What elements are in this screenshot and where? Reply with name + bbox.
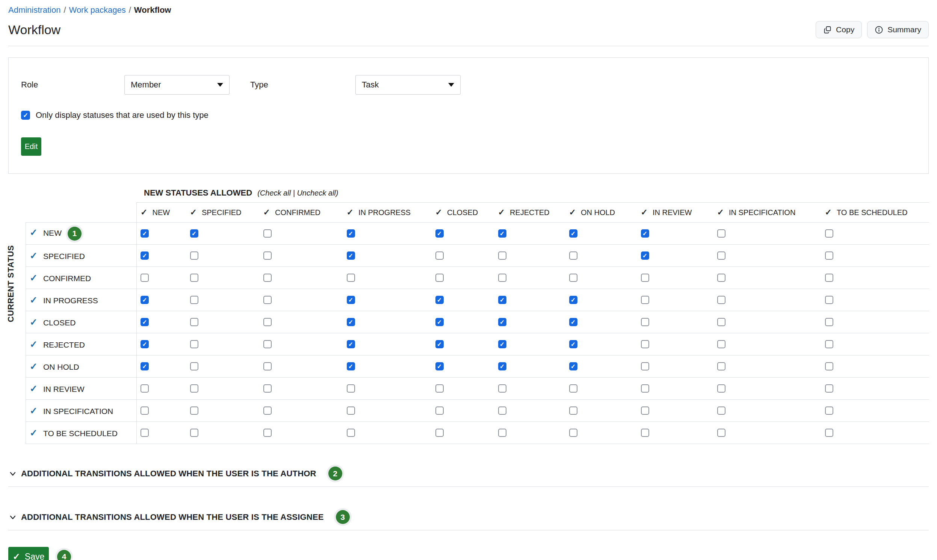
checkbox-in-specification-to-in-progress[interactable] xyxy=(347,406,355,415)
checkbox-on-hold-to-in-progress[interactable]: ✓ xyxy=(347,362,355,371)
checkbox-in-review-to-in-specification[interactable] xyxy=(717,385,726,392)
checkbox-in-review-to-confirmed[interactable] xyxy=(263,385,272,392)
checkbox-in-specification-to-rejected[interactable] xyxy=(498,406,506,415)
checkbox-rejected-to-to-be-scheduled[interactable] xyxy=(825,340,833,348)
checkbox-new-to-new[interactable]: ✓ xyxy=(140,229,149,238)
checkbox-rejected-to-specified[interactable] xyxy=(190,340,198,348)
checkbox-in-specification-to-specified[interactable] xyxy=(190,406,198,415)
checkbox-confirmed-to-closed[interactable] xyxy=(435,274,444,282)
checkbox-rejected-to-in-review[interactable] xyxy=(641,340,649,348)
edit-button[interactable]: Edit xyxy=(21,137,41,156)
checkbox-in-specification-to-new[interactable] xyxy=(140,406,149,415)
checkbox-in-review-to-on-hold[interactable] xyxy=(569,385,577,392)
checkbox-to-be-scheduled-to-confirmed[interactable] xyxy=(263,429,272,437)
uncheck-all-link[interactable]: Uncheck all xyxy=(297,189,335,197)
checkbox-on-hold-to-on-hold[interactable]: ✓ xyxy=(569,362,577,371)
checkbox-rejected-to-rejected[interactable]: ✓ xyxy=(498,340,506,348)
checkbox-in-specification-to-in-specification[interactable] xyxy=(717,406,726,415)
checkbox-in-progress-to-in-specification[interactable] xyxy=(717,296,726,304)
checkbox-in-specification-to-in-review[interactable] xyxy=(641,406,649,415)
section-toggle-header[interactable]: ADDITIONAL TRANSITIONS ALLOWED WHEN THE … xyxy=(8,466,929,487)
check-all-link[interactable]: Check all xyxy=(260,189,291,197)
checkbox-in-progress-to-new[interactable]: ✓ xyxy=(140,296,149,304)
breadcrumb-link-work-packages[interactable]: Work packages xyxy=(69,5,126,15)
copy-button[interactable]: Copy xyxy=(816,21,862,38)
checkbox-to-be-scheduled-to-in-progress[interactable] xyxy=(347,429,355,437)
checkbox-rejected-to-in-progress[interactable]: ✓ xyxy=(347,340,355,348)
checkbox-in-progress-to-specified[interactable] xyxy=(190,296,198,304)
checkbox-new-to-in-specification[interactable] xyxy=(717,229,726,238)
checkbox-new-to-confirmed[interactable] xyxy=(263,229,272,238)
only-display-statuses-checkbox[interactable]: ✓ xyxy=(21,111,30,120)
checkbox-specified-to-to-be-scheduled[interactable] xyxy=(825,251,833,260)
checkbox-in-specification-to-confirmed[interactable] xyxy=(263,406,272,415)
checkbox-confirmed-to-to-be-scheduled[interactable] xyxy=(825,274,833,282)
checkbox-on-hold-to-confirmed[interactable] xyxy=(263,362,272,371)
checkbox-specified-to-rejected[interactable] xyxy=(498,251,506,260)
checkbox-rejected-to-in-specification[interactable] xyxy=(717,340,726,348)
checkbox-confirmed-to-specified[interactable] xyxy=(190,274,198,282)
checkbox-rejected-to-new[interactable]: ✓ xyxy=(140,340,149,348)
checkbox-new-to-on-hold[interactable]: ✓ xyxy=(569,229,577,238)
checkbox-in-progress-to-rejected[interactable]: ✓ xyxy=(498,296,506,304)
checkbox-on-hold-to-closed[interactable]: ✓ xyxy=(435,362,444,371)
checkbox-specified-to-specified[interactable] xyxy=(190,251,198,260)
checkbox-closed-to-on-hold[interactable]: ✓ xyxy=(569,318,577,326)
checkbox-in-specification-to-closed[interactable] xyxy=(435,406,444,415)
checkbox-on-hold-to-to-be-scheduled[interactable] xyxy=(825,362,833,371)
checkbox-closed-to-in-specification[interactable] xyxy=(717,318,726,326)
checkbox-new-to-specified[interactable]: ✓ xyxy=(190,229,198,238)
checkbox-to-be-scheduled-to-new[interactable] xyxy=(140,429,149,437)
checkbox-to-be-scheduled-to-in-review[interactable] xyxy=(641,429,649,437)
checkbox-in-progress-to-in-review[interactable] xyxy=(641,296,649,304)
checkbox-specified-to-confirmed[interactable] xyxy=(263,251,272,260)
checkbox-new-to-in-review[interactable]: ✓ xyxy=(641,229,649,238)
checkbox-in-review-to-in-review[interactable] xyxy=(641,385,649,392)
checkbox-new-to-to-be-scheduled[interactable] xyxy=(825,229,833,238)
checkbox-confirmed-to-on-hold[interactable] xyxy=(569,274,577,282)
section-toggle-header[interactable]: ADDITIONAL TRANSITIONS ALLOWED WHEN THE … xyxy=(8,510,929,530)
checkbox-in-review-to-closed[interactable] xyxy=(435,385,444,392)
type-select[interactable]: Task xyxy=(355,75,461,95)
checkbox-confirmed-to-confirmed[interactable] xyxy=(263,274,272,282)
checkbox-confirmed-to-in-review[interactable] xyxy=(641,274,649,282)
checkbox-closed-to-in-review[interactable] xyxy=(641,318,649,326)
checkbox-closed-to-specified[interactable] xyxy=(190,318,198,326)
checkbox-to-be-scheduled-to-rejected[interactable] xyxy=(498,429,506,437)
checkbox-on-hold-to-rejected[interactable]: ✓ xyxy=(498,362,506,371)
checkbox-in-progress-to-in-progress[interactable]: ✓ xyxy=(347,296,355,304)
checkbox-in-review-to-in-progress[interactable] xyxy=(347,385,355,392)
checkbox-specified-to-in-review[interactable]: ✓ xyxy=(641,251,649,260)
checkbox-to-be-scheduled-to-in-specification[interactable] xyxy=(717,429,726,437)
checkbox-in-review-to-to-be-scheduled[interactable] xyxy=(825,385,833,392)
checkbox-new-to-in-progress[interactable]: ✓ xyxy=(347,229,355,238)
checkbox-closed-to-to-be-scheduled[interactable] xyxy=(825,318,833,326)
checkbox-in-specification-to-on-hold[interactable] xyxy=(569,406,577,415)
checkbox-specified-to-in-progress[interactable]: ✓ xyxy=(347,251,355,260)
role-select[interactable]: Member xyxy=(124,75,230,95)
checkbox-on-hold-to-new[interactable]: ✓ xyxy=(140,362,149,371)
checkbox-in-review-to-specified[interactable] xyxy=(190,385,198,392)
checkbox-specified-to-on-hold[interactable] xyxy=(569,251,577,260)
checkbox-specified-to-in-specification[interactable] xyxy=(717,251,726,260)
checkbox-on-hold-to-in-specification[interactable] xyxy=(717,362,726,371)
checkbox-in-review-to-new[interactable] xyxy=(140,385,149,392)
checkbox-closed-to-new[interactable]: ✓ xyxy=(140,318,149,326)
checkbox-to-be-scheduled-to-to-be-scheduled[interactable] xyxy=(825,429,833,437)
checkbox-rejected-to-on-hold[interactable]: ✓ xyxy=(569,340,577,348)
checkbox-confirmed-to-rejected[interactable] xyxy=(498,274,506,282)
checkbox-to-be-scheduled-to-closed[interactable] xyxy=(435,429,444,437)
checkbox-to-be-scheduled-to-on-hold[interactable] xyxy=(569,429,577,437)
breadcrumb-link-administration[interactable]: Administration xyxy=(8,5,60,15)
checkbox-to-be-scheduled-to-specified[interactable] xyxy=(190,429,198,437)
checkbox-in-progress-to-confirmed[interactable] xyxy=(263,296,272,304)
checkbox-in-specification-to-to-be-scheduled[interactable] xyxy=(825,406,833,415)
checkbox-confirmed-to-in-specification[interactable] xyxy=(717,274,726,282)
checkbox-confirmed-to-in-progress[interactable] xyxy=(347,274,355,282)
checkbox-new-to-closed[interactable]: ✓ xyxy=(435,229,444,238)
checkbox-new-to-rejected[interactable]: ✓ xyxy=(498,229,506,238)
checkbox-on-hold-to-in-review[interactable] xyxy=(641,362,649,371)
checkbox-rejected-to-closed[interactable]: ✓ xyxy=(435,340,444,348)
checkbox-in-progress-to-to-be-scheduled[interactable] xyxy=(825,296,833,304)
checkbox-in-progress-to-on-hold[interactable]: ✓ xyxy=(569,296,577,304)
